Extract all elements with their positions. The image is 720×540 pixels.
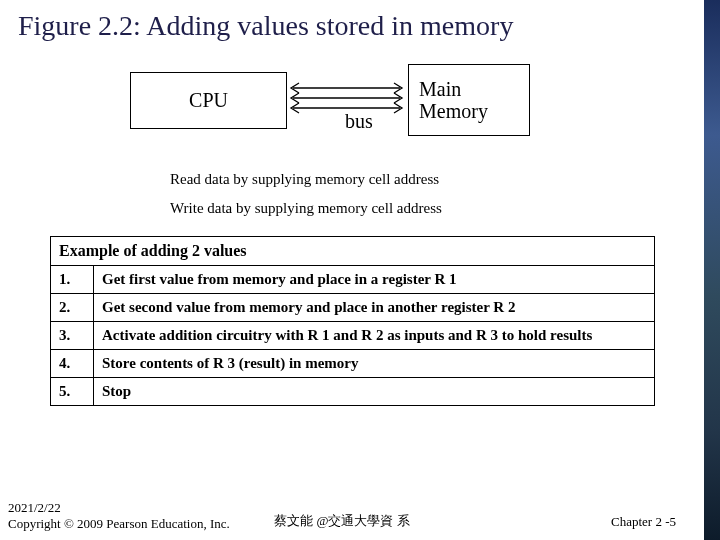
table-row: 4. Store contents of R 3 (result) in mem… <box>51 350 655 378</box>
example-heading: Example of adding 2 values <box>51 237 655 266</box>
step-number: 1. <box>51 266 94 294</box>
table-row: 5. Stop <box>51 378 655 406</box>
example-table: Example of adding 2 values 1. Get first … <box>50 236 655 406</box>
step-number: 2. <box>51 294 94 322</box>
table-row: 2. Get second value from memory and plac… <box>51 294 655 322</box>
step-number: 5. <box>51 378 94 406</box>
footer-right: Chapter 2 -5 <box>611 514 676 530</box>
table-row: 1. Get first value from memory and place… <box>51 266 655 294</box>
decorative-side-bar <box>704 0 720 540</box>
step-text: Store contents of R 3 (result) in memory <box>94 350 655 378</box>
note-read: Read data by supplying memory cell addre… <box>170 165 704 194</box>
cpu-label: CPU <box>189 89 228 112</box>
memory-box: Main Memory <box>408 64 530 136</box>
step-number: 3. <box>51 322 94 350</box>
slide-body: Figure 2.2: Adding values stored in memo… <box>0 0 704 540</box>
cpu-box: CPU <box>130 72 287 129</box>
diagram-notes: Read data by supplying memory cell addre… <box>170 165 704 222</box>
memory-label: Main Memory <box>419 78 488 122</box>
table-row: 3. Activate addition circuitry with R 1 … <box>51 322 655 350</box>
step-text: Stop <box>94 378 655 406</box>
bus-connector: bus <box>285 82 408 132</box>
footer-center: 蔡文能 @交通大學資 系 <box>8 512 676 530</box>
note-write: Write data by supplying memory cell addr… <box>170 194 704 223</box>
step-text: Activate addition circuitry with R 1 and… <box>94 322 655 350</box>
step-text: Get second value from memory and place i… <box>94 294 655 322</box>
step-number: 4. <box>51 350 94 378</box>
step-text: Get first value from memory and place in… <box>94 266 655 294</box>
cpu-bus-memory-diagram: CPU bus Main Memory <box>0 64 704 159</box>
slide-title: Figure 2.2: Adding values stored in memo… <box>0 0 704 42</box>
bus-label: bus <box>345 110 373 133</box>
